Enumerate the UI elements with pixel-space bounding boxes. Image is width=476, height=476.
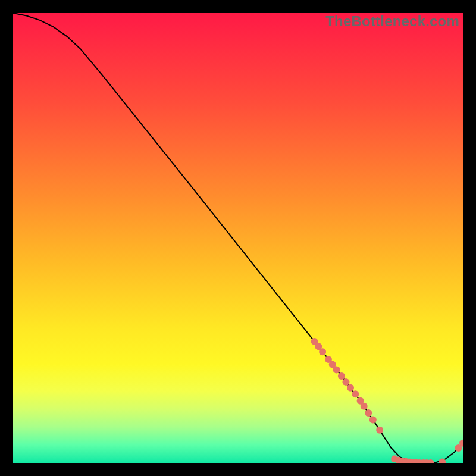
data-dot: [333, 367, 340, 374]
data-dot: [342, 378, 349, 386]
data-dot: [365, 409, 372, 416]
data-dot: [369, 416, 377, 423]
data-dot: [361, 403, 368, 410]
watermark-text: TheBottleneck.com: [325, 13, 459, 30]
bottleneck-chart: [13, 13, 463, 463]
gradient-background: [13, 13, 463, 463]
data-dot: [347, 384, 354, 392]
data-dot: [338, 372, 345, 380]
data-dot: [352, 390, 359, 397]
chart-frame: TheBottleneck.com: [13, 13, 463, 463]
data-dot: [319, 348, 326, 355]
data-dot: [376, 427, 383, 434]
